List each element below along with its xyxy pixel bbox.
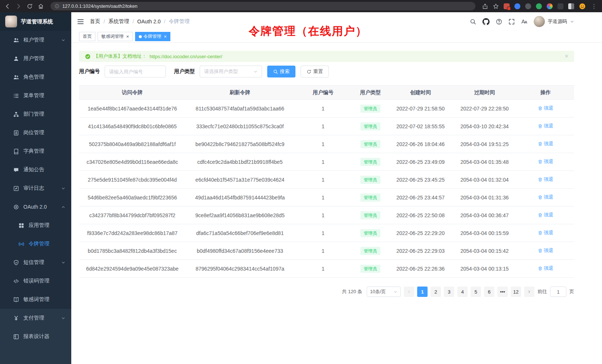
force-logout-label: 强退 bbox=[544, 229, 553, 236]
report-icon bbox=[13, 334, 19, 340]
user-menu[interactable]: 芋道源码 bbox=[534, 16, 574, 27]
created-time-cell: 2022-06-25 23:49:09 bbox=[389, 153, 452, 171]
breadcrumb-item[interactable]: 首页 bbox=[90, 18, 100, 25]
extension-icon[interactable] bbox=[504, 3, 510, 9]
bookmark-star-icon[interactable] bbox=[493, 3, 499, 9]
sidebar-item-label: 令牌管理 bbox=[29, 241, 49, 247]
trash-icon bbox=[538, 159, 543, 164]
next-page-button[interactable] bbox=[524, 287, 534, 297]
github-icon[interactable] bbox=[482, 18, 490, 25]
tab-item[interactable]: 敏感词管理× bbox=[98, 32, 133, 41]
force-logout-button[interactable]: 强退 bbox=[538, 265, 553, 272]
tab-item[interactable]: 首页 bbox=[79, 32, 95, 41]
user-id-input[interactable] bbox=[105, 66, 166, 77]
sidebar-item-oauth2-application[interactable]: 应用管理 bbox=[0, 216, 71, 235]
page-button[interactable]: 3 bbox=[444, 287, 454, 297]
tab-label: 令牌管理 bbox=[144, 33, 161, 40]
sidebar-item-tenant[interactable]: 租户管理 bbox=[0, 31, 71, 49]
force-logout-button[interactable]: 强退 bbox=[538, 176, 553, 183]
breadcrumb-separator: / bbox=[104, 19, 105, 24]
sidebar-item-audit-log[interactable]: 审计日志 bbox=[0, 179, 71, 198]
extension-icon[interactable] bbox=[525, 3, 531, 9]
url-bar[interactable]: 127.0.0.1:1024/system/oauth2/token bbox=[50, 2, 475, 10]
page-list: 123456•••12 bbox=[417, 287, 521, 297]
force-logout-button[interactable]: 强退 bbox=[538, 105, 553, 112]
search-icon[interactable] bbox=[470, 19, 476, 25]
sidebar-item-dept[interactable]: 部门管理 bbox=[0, 105, 71, 123]
column-header: 用户编号 bbox=[294, 86, 352, 100]
access-token-cell: c342377bf8b344799dcbf7bf095287f2 bbox=[79, 206, 186, 224]
dict-icon bbox=[13, 149, 19, 154]
users-icon bbox=[13, 37, 19, 43]
page-size-select[interactable]: 10条/页 bbox=[367, 287, 401, 297]
sidebar-item-role[interactable]: 角色管理 bbox=[0, 68, 71, 86]
tab-label: 首页 bbox=[83, 33, 92, 40]
column-header: 刷新令牌 bbox=[186, 86, 294, 100]
sidebar-item-sensitive-word[interactable]: 敏感词管理 bbox=[0, 290, 71, 309]
force-logout-button[interactable]: 强退 bbox=[538, 123, 553, 129]
page-button[interactable]: 1 bbox=[417, 287, 428, 297]
breadcrumb-item[interactable]: OAuth 2.0 bbox=[137, 19, 161, 24]
extension-icon[interactable] bbox=[536, 3, 542, 9]
sidebar-item-menu[interactable]: 菜单管理 bbox=[0, 86, 71, 105]
sidebar-item-error-code[interactable]: 错误码管理 bbox=[0, 272, 71, 290]
sidebar-item-pay[interactable]: 支付管理 bbox=[0, 309, 71, 327]
prev-page-button[interactable] bbox=[404, 287, 414, 297]
page-button[interactable]: 6 bbox=[484, 287, 494, 297]
user-type-badge: 管理员 bbox=[360, 265, 380, 273]
sidebar-item-dict[interactable]: 字典管理 bbox=[0, 142, 71, 161]
user-type-cell: 管理员 bbox=[352, 135, 389, 153]
user-type-select[interactable]: 请选择用户类型 bbox=[200, 66, 262, 77]
close-icon[interactable]: × bbox=[164, 34, 167, 39]
sidebar-item-oauth2-token[interactable]: 令牌管理 bbox=[0, 235, 71, 253]
force-logout-button[interactable]: 强退 bbox=[538, 229, 553, 236]
app-logo[interactable]: 芋道管理系统 bbox=[0, 12, 71, 31]
extension-icon[interactable] bbox=[568, 3, 574, 9]
breadcrumb-item[interactable]: 系统管理 bbox=[108, 18, 129, 25]
page-ellipsis[interactable]: ••• bbox=[497, 287, 508, 297]
force-logout-button[interactable]: 强退 bbox=[538, 158, 553, 165]
page-button[interactable]: 5 bbox=[471, 287, 481, 297]
sidebar-item-sms[interactable]: 短信管理 bbox=[0, 253, 71, 272]
reset-button[interactable]: 重置 bbox=[301, 66, 329, 77]
browser-forward-icon[interactable] bbox=[16, 3, 22, 9]
column-header: 创建时间 bbox=[389, 86, 452, 100]
browser-home-icon[interactable] bbox=[38, 3, 44, 9]
share-icon[interactable] bbox=[482, 3, 488, 9]
page-button[interactable]: 12 bbox=[511, 287, 521, 297]
force-logout-button[interactable]: 强退 bbox=[538, 140, 553, 147]
close-icon[interactable]: × bbox=[126, 34, 129, 39]
force-logout-button[interactable]: 强退 bbox=[538, 212, 553, 218]
fullscreen-icon[interactable] bbox=[508, 19, 515, 25]
sidebar-item-label: 用户管理 bbox=[23, 55, 44, 62]
force-logout-label: 强退 bbox=[544, 158, 553, 165]
close-icon[interactable]: × bbox=[565, 53, 568, 59]
extension-icon[interactable] bbox=[557, 3, 563, 9]
browser-reload-icon[interactable] bbox=[27, 3, 33, 9]
browser-profile-avatar[interactable] bbox=[579, 3, 586, 10]
help-icon[interactable] bbox=[496, 19, 502, 25]
search-button[interactable]: 搜索 bbox=[267, 66, 295, 77]
browser-back-icon[interactable] bbox=[4, 3, 10, 9]
sidebar-item-oauth2[interactable]: OAuth 2.0 bbox=[0, 198, 71, 216]
chevron-down-icon bbox=[393, 290, 397, 294]
sidebar-item-user[interactable]: 用户管理 bbox=[0, 49, 71, 68]
expire-time-cell: 2054-03-04 01:32:04 bbox=[452, 171, 517, 189]
font-size-icon[interactable] bbox=[521, 19, 527, 25]
success-check-icon bbox=[85, 54, 91, 59]
goto-page-input[interactable] bbox=[550, 287, 566, 297]
collapse-sidebar-icon[interactable] bbox=[77, 19, 84, 25]
sidebar-item-notice[interactable]: 通知公告 bbox=[0, 161, 71, 179]
doc-link[interactable]: https://doc.iocoder.cn/user-center/ bbox=[150, 54, 222, 59]
extension-icon[interactable] bbox=[547, 3, 553, 9]
browser-menu-icon[interactable]: ⋮ bbox=[590, 3, 598, 9]
page-button[interactable]: 2 bbox=[431, 287, 441, 297]
force-logout-button[interactable]: 强退 bbox=[538, 247, 553, 254]
site-info-icon[interactable] bbox=[55, 4, 59, 9]
force-logout-button[interactable]: 强退 bbox=[538, 194, 553, 201]
page-button[interactable]: 4 bbox=[457, 287, 468, 297]
sidebar-item-report-designer[interactable]: 报表设计器 bbox=[0, 327, 71, 346]
sidebar-item-post[interactable]: 岗位管理 bbox=[0, 123, 71, 142]
tab-item[interactable]: 令牌管理× bbox=[135, 32, 171, 41]
extension-icon[interactable] bbox=[514, 3, 520, 9]
